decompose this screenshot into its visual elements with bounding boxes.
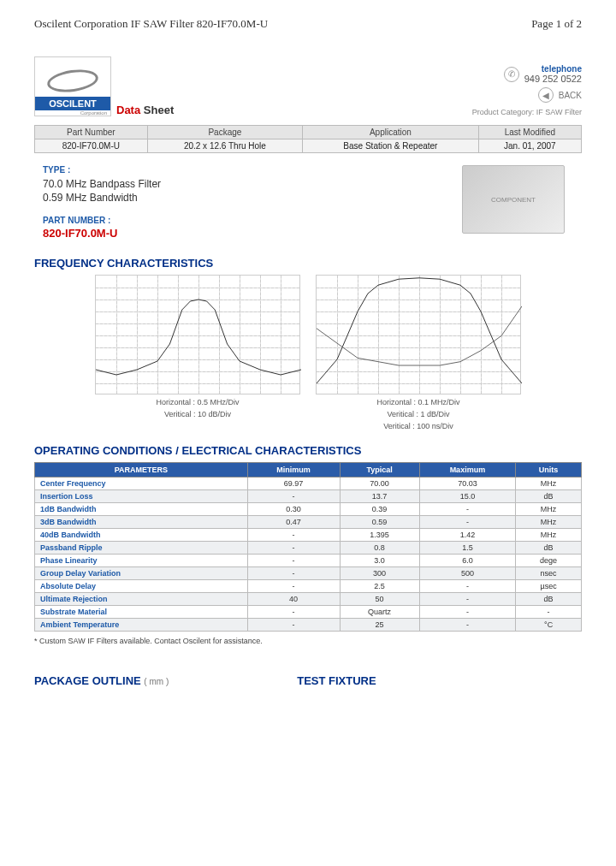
contact-area: ✆ telephone 949 252 0522 ◀ BACK Product … (472, 64, 582, 116)
type-line: 0.59 MHz Bandwidth (43, 192, 161, 204)
back-icon[interactable]: ◀ (538, 87, 554, 103)
spec-cell: 69.97 (247, 477, 340, 490)
data-sheet-label: Data Sheet (116, 104, 174, 116)
top-row: OSCILENT Corporation Data Sheet ✆ teleph… (34, 56, 582, 116)
logo-corp: Corporation (35, 110, 110, 116)
spec-cell: Ultimate Rejection (35, 593, 248, 606)
back-button[interactable]: BACK (559, 91, 582, 100)
spec-cell: 3dB Bandwidth (35, 516, 248, 529)
spec-cell: Absolute Delay (35, 580, 248, 593)
spec-table: PARAMETERSMinimumTypicalMaximumUnits Cen… (34, 462, 582, 632)
spec-cell: µsec (516, 580, 582, 593)
logo-brand: OSCILENT (35, 97, 110, 110)
phone-icon: ✆ (504, 67, 519, 82)
spec-cell: MHz (516, 529, 582, 542)
spec-cell: MHz (516, 503, 582, 516)
spec-cell: dege (516, 555, 582, 567)
table-row: Substrate Material-Quartz-- (35, 606, 582, 619)
logo-area: OSCILENT Corporation Data Sheet (34, 56, 174, 116)
table-row: Ultimate Rejection4050-dB (35, 593, 582, 606)
spec-cell: - (247, 567, 340, 580)
spec-cell: 6.0 (419, 555, 516, 567)
table-row: Absolute Delay-2.5-µsec (35, 580, 582, 593)
spec-header: Maximum (419, 463, 516, 477)
type-line: 70.0 MHz Bandpass Filter (43, 178, 161, 190)
telephone-label: telephone (524, 64, 582, 74)
info-header: Last Modified (478, 126, 581, 139)
info-header: Part Number (35, 126, 148, 139)
spec-cell: °C (516, 619, 582, 632)
spec-cell: 1.42 (419, 529, 516, 542)
spec-cell: 1.395 (340, 529, 419, 542)
footnote: * Custom SAW IF Filters available. Conta… (34, 637, 582, 645)
spec-cell: Center Frequency (35, 477, 248, 490)
spec-cell: - (247, 580, 340, 593)
spec-cell: Ambient Temperature (35, 619, 248, 632)
spec-cell: - (419, 516, 516, 529)
spec-cell: nsec (516, 567, 582, 580)
info-value: 820-IF70.0M-U (35, 139, 148, 153)
spec-header: Minimum (247, 463, 340, 477)
table-row: Phase Linearity-3.06.0dege (35, 555, 582, 567)
spec-cell: 0.47 (247, 516, 340, 529)
spec-cell: - (247, 606, 340, 619)
spec-cell: 13.7 (340, 490, 419, 503)
spec-cell: dB (516, 593, 582, 606)
spec-cell: Quartz (340, 606, 419, 619)
chart-caption: Horizontal : 0.5 MHz/Div (95, 398, 300, 406)
table-row: Ambient Temperature-25-°C (35, 619, 582, 632)
spec-header: PARAMETERS (35, 463, 248, 477)
info-header: Package (147, 126, 302, 139)
logo: OSCILENT Corporation (34, 56, 111, 116)
info-value: 20.2 x 12.6 Thru Hole (147, 139, 302, 153)
chart-caption: Veritical : 10 dB/Div (95, 410, 300, 418)
spec-cell: Phase Linearity (35, 555, 248, 567)
spec-cell: - (419, 503, 516, 516)
product-category: Product Category: IF SAW Filter (472, 108, 582, 116)
table-row: 1dB Bandwidth0.300.39-MHz (35, 503, 582, 516)
type-label: TYPE : (43, 165, 161, 175)
spec-cell: dB (516, 490, 582, 503)
section-test-fixture: TEST FIXTURE (297, 674, 376, 687)
spec-cell: - (516, 606, 582, 619)
spec-cell: Insertion Loss (35, 490, 248, 503)
spec-cell: Group Delay Variation (35, 567, 248, 580)
spec-cell: 500 (419, 567, 516, 580)
spec-cell: - (247, 490, 340, 503)
info-table: Part Number Package Application Last Mod… (34, 125, 582, 153)
spec-cell: 0.59 (340, 516, 419, 529)
info-header: Application (303, 126, 479, 139)
section-frequency: FREQUENCY CHARACTERISTICS (34, 257, 582, 270)
telephone-number: 949 252 0522 (524, 74, 582, 84)
part-number-label: PART NUMBER : (43, 216, 161, 225)
type-block: TYPE : 70.0 MHz Bandpass Filter 0.59 MHz… (34, 165, 582, 240)
charts-row: Horizontal : 0.5 MHz/Div Veritical : 10 … (34, 275, 582, 430)
component-photo: COMPONENT (462, 165, 565, 234)
spec-cell: 2.5 (340, 580, 419, 593)
spec-cell: dB (516, 542, 582, 555)
table-row: 40dB Bandwidth-1.3951.42MHz (35, 529, 582, 542)
section-operating: OPERATING CONDITIONS / ELECTRICAL CHARAC… (34, 444, 582, 457)
spec-cell: 0.39 (340, 503, 419, 516)
spec-cell: - (247, 542, 340, 555)
spec-cell: 15.0 (419, 490, 516, 503)
chart-narrow: Horizontal : 0.1 MHz/Div Veritical : 1 d… (316, 275, 521, 430)
spec-cell: 3.0 (340, 555, 419, 567)
spec-cell: MHz (516, 477, 582, 490)
spec-cell: Substrate Material (35, 606, 248, 619)
spec-cell: 1dB Bandwidth (35, 503, 248, 516)
spec-header: Typical (340, 463, 419, 477)
header-left: Oscilent Corporation IF SAW Filter 820-I… (34, 17, 268, 31)
page-header: Oscilent Corporation IF SAW Filter 820-I… (34, 17, 582, 31)
spec-cell: - (419, 606, 516, 619)
chart-caption: Veritical : 100 ns/Div (316, 422, 521, 430)
spec-cell: 300 (340, 567, 419, 580)
table-row: Group Delay Variation-300500nsec (35, 567, 582, 580)
section-package-outline: PACKAGE OUTLINE ( mm ) (34, 674, 169, 687)
table-row: Insertion Loss-13.715.0dB (35, 490, 582, 503)
info-value: Base Station & Repeater (303, 139, 479, 153)
spec-cell: - (419, 593, 516, 606)
bottom-sections: PACKAGE OUTLINE ( mm ) TEST FIXTURE (34, 661, 582, 692)
spec-cell: 50 (340, 593, 419, 606)
spec-cell: Passband Ripple (35, 542, 248, 555)
